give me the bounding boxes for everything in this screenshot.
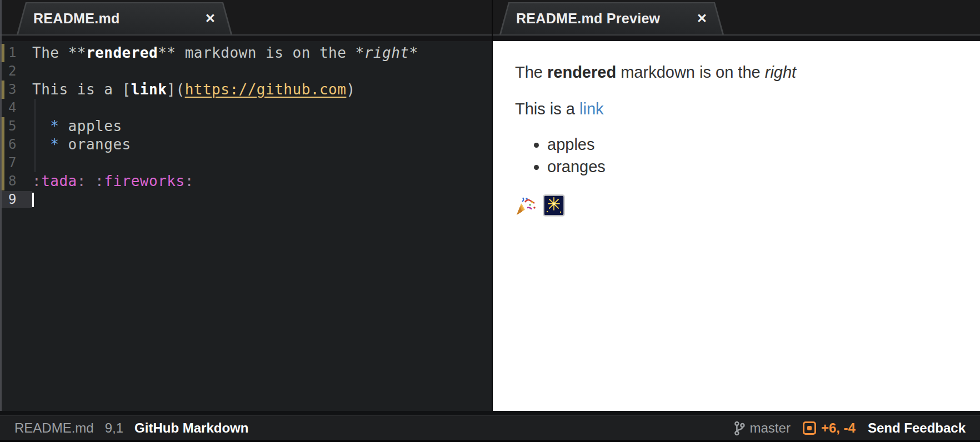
- editor-line[interactable]: 7: [0, 154, 492, 172]
- preview-text: The: [515, 63, 547, 81]
- editor-line[interactable]: 1The **rendered** markdown is on the *ri…: [0, 44, 492, 62]
- editor-line[interactable]: 4: [0, 99, 492, 117]
- code-line-text: * oranges: [32, 135, 131, 154]
- line-number[interactable]: 1: [0, 44, 17, 62]
- editor-line[interactable]: 2: [0, 62, 492, 81]
- line-number[interactable]: 7: [0, 154, 17, 172]
- git-diff-status[interactable]: +6, -4: [803, 420, 856, 436]
- tab-title: README.md: [33, 11, 119, 27]
- preview-paragraph: This is a link: [515, 97, 958, 121]
- preview-text: rendered: [547, 63, 616, 81]
- token-punct: ): [346, 81, 355, 98]
- status-left: README.md 9,1 GitHub Markdown: [14, 420, 248, 436]
- line-number[interactable]: 2: [0, 62, 17, 81]
- token-punct: **: [158, 44, 176, 61]
- token-colon: :: [185, 173, 194, 189]
- editor-line[interactable]: 9: [0, 190, 492, 209]
- tada-emoji: [515, 194, 537, 217]
- preview-pane: README.md Preview ✕ The rendered markdow…: [492, 0, 980, 411]
- preview-text: This is a: [515, 100, 579, 118]
- token-plain: The: [32, 44, 68, 61]
- workspace: README.md ✕ 1The **rendered** markdown i…: [0, 0, 980, 411]
- token-emoji: fireworks: [104, 173, 184, 189]
- token-punct: ](: [167, 81, 184, 98]
- text-cursor: [32, 193, 34, 207]
- code-line-text: [32, 190, 34, 209]
- preview-text: markdown is on the: [616, 63, 765, 81]
- preview-link[interactable]: link: [579, 100, 604, 118]
- close-icon[interactable]: ✕: [697, 12, 707, 25]
- tab-title: README.md Preview: [516, 11, 660, 27]
- list-item: oranges: [547, 155, 958, 178]
- send-feedback-button[interactable]: Send Feedback: [868, 420, 966, 436]
- token-punct: **: [68, 44, 86, 61]
- tab-readme-md-preview[interactable]: README.md Preview ✕: [499, 2, 724, 34]
- token-colon: :: [95, 173, 104, 189]
- diff-modified-icon: [803, 421, 816, 435]
- editor-line[interactable]: 6 * oranges: [0, 135, 492, 154]
- token-bullet: *: [50, 136, 59, 153]
- token-plain: [86, 173, 95, 189]
- close-icon[interactable]: ✕: [205, 12, 216, 25]
- status-file-name: README.md: [14, 420, 94, 436]
- git-branch-icon: [734, 421, 745, 436]
- tab-readme-md[interactable]: README.md ✕: [17, 2, 232, 34]
- branch-name: master: [750, 420, 791, 436]
- diff-counts: +6, -4: [821, 420, 856, 436]
- fireworks-emoji: [543, 194, 565, 217]
- preview-bullet-list: applesoranges: [515, 133, 958, 178]
- status-bar: README.md 9,1 GitHub Markdown master +6,…: [0, 415, 980, 440]
- line-number[interactable]: 6: [0, 135, 17, 154]
- token-bold: rendered: [86, 44, 158, 61]
- code-line-text: This is a [link](https://github.com): [32, 81, 356, 99]
- window-edge: [0, 0, 2, 411]
- line-number[interactable]: 9: [0, 190, 17, 209]
- editor-lines: 1The **rendered** markdown is on the *ri…: [0, 44, 492, 209]
- list-item: apples: [547, 133, 958, 155]
- preview-paragraph: The rendered markdown is on the right: [515, 60, 958, 84]
- cursor-position[interactable]: 9,1: [105, 420, 123, 436]
- token-plain: apples: [59, 118, 122, 134]
- token-plain: markdown is on the: [176, 44, 355, 61]
- markdown-preview: The rendered markdown is on the right Th…: [493, 41, 980, 411]
- code-line-text: * apples: [32, 117, 122, 135]
- code-line-text: The **rendered** markdown is on the *rig…: [32, 44, 418, 62]
- grammar-selector[interactable]: GitHub Markdown: [134, 420, 248, 436]
- token-punct: [: [122, 81, 131, 98]
- token-colon: :: [77, 173, 86, 189]
- pane-bottom-edge: [0, 411, 980, 415]
- preview-tab-bar: README.md Preview ✕: [493, 0, 980, 36]
- token-plain: oranges: [59, 136, 131, 153]
- token-bold: link: [131, 81, 167, 98]
- editor-line[interactable]: 8:tada: :fireworks:: [0, 172, 492, 190]
- preview-text: right: [765, 63, 796, 81]
- editor-line[interactable]: 3This is a [link](https://github.com): [0, 81, 492, 99]
- token-colon: :: [32, 173, 41, 189]
- token-plain: [32, 136, 50, 153]
- status-right: master +6, -4 Send Feedback: [734, 420, 966, 436]
- editor-pane: README.md ✕ 1The **rendered** markdown i…: [0, 0, 492, 411]
- tab-bar-shadow: [493, 36, 980, 41]
- editor-line[interactable]: 5 * apples: [0, 117, 492, 135]
- token-plain: [32, 118, 50, 134]
- git-branch-status[interactable]: master: [734, 420, 791, 436]
- line-number[interactable]: 5: [0, 117, 17, 135]
- line-number[interactable]: 8: [0, 172, 17, 190]
- code-line-text: :tada: :fireworks:: [32, 172, 194, 190]
- preview-emoji-row: [515, 194, 958, 217]
- token-italic: *right*: [356, 44, 418, 61]
- line-number[interactable]: 4: [0, 99, 17, 117]
- token-emoji: tada: [41, 173, 77, 189]
- tab-bar-shadow: [0, 36, 492, 41]
- token-plain: This is a: [32, 81, 122, 98]
- line-number[interactable]: 3: [0, 81, 17, 99]
- text-editor[interactable]: 1The **rendered** markdown is on the *ri…: [0, 41, 492, 411]
- token-bullet: *: [50, 118, 59, 134]
- token-url: https://github.com: [185, 81, 347, 98]
- editor-tab-bar: README.md ✕: [0, 0, 492, 36]
